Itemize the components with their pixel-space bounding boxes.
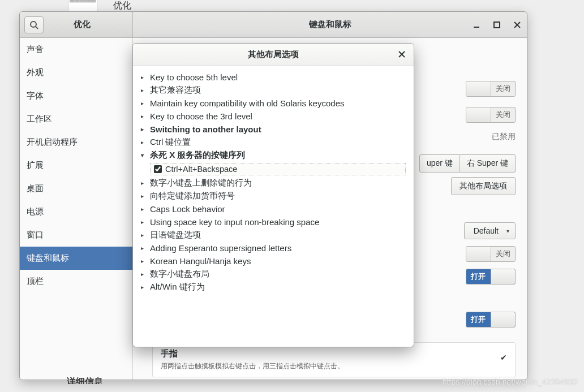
layout-option-label: 数字小键盘布局 — [150, 269, 209, 279]
switch-4-label: 打开 — [466, 272, 490, 282]
fingers-title: 手指 — [161, 348, 507, 359]
triangle-right-icon: ▸ — [141, 139, 147, 145]
layout-option-row[interactable]: ▸Switching to another layout — [141, 123, 406, 136]
truncated-text: 详细信息 — [67, 376, 103, 384]
search-icon — [29, 20, 38, 29]
watermark: https://blog.csdn.net/weixin_42384930 — [443, 377, 577, 386]
layout-option-label: 杀死 X 服务器的按键序列 — [150, 150, 245, 161]
sidebar-item-label: 扩展 — [27, 160, 44, 171]
sidebar-item-9[interactable]: 键盘和鼠标 — [20, 247, 132, 270]
triangle-right-icon: ▸ — [141, 284, 147, 290]
switch-5[interactable]: 打开 — [466, 312, 516, 328]
switch-3[interactable]: 关闭 — [466, 246, 516, 262]
triangle-right-icon: ▸ — [141, 206, 147, 212]
switch-2[interactable]: 关闭 — [466, 107, 516, 123]
layout-option-label: Korean Hangul/Hanja keys — [150, 256, 251, 266]
accel-profile-combo[interactable]: Default ▾ — [464, 222, 516, 239]
sidebar-item-label: 字体 — [27, 91, 44, 101]
layout-option-label: Caps Lock behavior — [150, 204, 225, 214]
sidebar-item-label: 顶栏 — [27, 276, 44, 287]
layout-option-row[interactable]: ▸Ctrl 键位置 — [141, 136, 406, 149]
layout-option-row[interactable]: ▸Maintain key compatibility with old Sol… — [141, 97, 406, 110]
other-layout-options-dialog: 其他布局选项 ▸Key to choose 5th level▸其它兼容选项▸M… — [132, 43, 414, 347]
background-window-title: 优化 — [113, 0, 131, 12]
layout-option-label: Alt/Win 键行为 — [150, 282, 205, 292]
sidebar-item-label: 工作区 — [27, 114, 52, 124]
svg-rect-2 — [474, 27, 479, 28]
layout-option-row[interactable]: ▸Adding Esperanto supersigned letters — [141, 242, 406, 255]
fingers-card[interactable]: 手指 用两指点击触摸板模拟右键点击，用三指点击模拟中键点击。 ✔ — [152, 342, 516, 377]
sidebar-item-4[interactable]: 开机启动程序 — [20, 131, 132, 154]
switch-3-label: 关闭 — [491, 249, 515, 259]
layout-option-row[interactable]: ▸Using space key to input non-breaking s… — [141, 216, 406, 229]
sidebar-item-label: 开机启动程序 — [27, 137, 78, 148]
layout-option-row[interactable]: ▸Korean Hangul/Hanja keys — [141, 255, 406, 268]
headerbar-left-title: 优化 — [48, 19, 132, 30]
layout-option-row[interactable]: ▸其它兼容选项 — [141, 84, 406, 97]
window-close-button[interactable] — [511, 19, 523, 31]
sidebar-item-label: 外观 — [27, 67, 44, 78]
layout-option-label: 向特定键添加货币符号 — [150, 191, 235, 201]
layout-option-row[interactable]: ▸日语键盘选项 — [141, 229, 406, 242]
layout-option-row[interactable]: ▸Caps Lock behavior — [141, 203, 406, 216]
close-icon — [398, 51, 405, 58]
headerbar-center-title: 键盘和鼠标 — [133, 12, 527, 37]
maximize-icon — [493, 21, 500, 28]
triangle-right-icon: ▸ — [141, 258, 147, 264]
layout-option-row[interactable]: ▸Key to choose the 3rd level — [141, 110, 406, 123]
triangle-right-icon: ▸ — [141, 219, 147, 225]
headerbar: 优化 键盘和鼠标 — [20, 12, 527, 38]
sidebar-item-6[interactable]: 桌面 — [20, 177, 132, 200]
triangle-right-icon: ▸ — [141, 193, 147, 199]
layout-option-row[interactable]: ▸Alt/Win 键行为 — [141, 281, 406, 294]
dialog-close-button[interactable] — [396, 48, 408, 61]
sidebar-item-7[interactable]: 电源 — [20, 200, 132, 223]
layout-option-label: 日语键盘选项 — [150, 230, 201, 240]
other-layout-options-button[interactable]: 其他布局选项 — [451, 177, 516, 195]
triangle-right-icon: ▸ — [141, 232, 147, 238]
switch-4[interactable]: 打开 — [466, 269, 516, 285]
switch-2-label: 关闭 — [491, 110, 515, 120]
triangle-right-icon: ▸ — [141, 87, 147, 93]
layout-option-label: Adding Esperanto supersigned letters — [150, 243, 291, 253]
sidebar-item-3[interactable]: 工作区 — [20, 107, 132, 131]
layout-option-row[interactable]: ▸数字小键盘上删除键的行为 — [141, 176, 406, 189]
triangle-right-icon: ▸ — [141, 245, 147, 251]
svg-point-0 — [31, 21, 36, 27]
layout-option-label: Ctrl 键位置 — [150, 137, 191, 148]
window-maximize-button[interactable] — [491, 19, 503, 31]
layout-option-row[interactable]: ▾杀死 X 服务器的按键序列 — [141, 149, 406, 162]
switch-1[interactable]: 关闭 — [466, 81, 516, 97]
sidebar-item-1[interactable]: 外观 — [20, 61, 132, 84]
svg-rect-3 — [494, 22, 500, 28]
dialog-body: ▸Key to choose 5th level▸其它兼容选项▸Maintain… — [133, 66, 414, 347]
sidebar-item-10[interactable]: 顶栏 — [20, 270, 132, 293]
dialog-header: 其他布局选项 — [133, 44, 414, 66]
layout-option-row[interactable]: ▸数字小键盘布局 — [141, 268, 406, 281]
sidebar-item-2[interactable]: 字体 — [20, 84, 132, 107]
triangle-right-icon: ▸ — [141, 100, 147, 106]
layout-option-child[interactable]: Ctrl+Alt+Backspace — [150, 163, 406, 175]
dialog-title: 其他布局选项 — [248, 49, 299, 60]
layout-option-checkbox[interactable] — [154, 165, 162, 173]
layout-option-row[interactable]: ▸向特定键添加货币符号 — [141, 189, 406, 203]
triangle-right-icon: ▸ — [141, 113, 147, 119]
layout-option-child-label: Ctrl+Alt+Backspace — [165, 165, 237, 174]
switch-1-label: 关闭 — [491, 84, 515, 94]
sidebar-item-label: 窗口 — [27, 230, 44, 240]
layout-option-label: Switching to another layout — [150, 124, 261, 134]
window-minimize-button[interactable] — [470, 19, 483, 31]
layout-option-label: Using space key to input non-breaking sp… — [150, 217, 319, 227]
super-key-right-button[interactable]: 右 Super 键 — [460, 154, 516, 173]
background-window-thumb: ▓▓▓▓▓▓▓▓▓▓▓▓▓▓▓▓ — [68, 0, 97, 12]
layout-option-row[interactable]: ▸Key to choose 5th level — [141, 71, 406, 84]
sidebar-item-5[interactable]: 扩展 — [20, 154, 132, 177]
triangle-right-icon: ▸ — [141, 180, 147, 186]
sidebar-item-0[interactable]: 声音 — [20, 38, 132, 61]
switch-5-label: 打开 — [466, 315, 490, 325]
triangle-right-icon: ▸ — [141, 271, 147, 277]
sidebar-item-8[interactable]: 窗口 — [20, 223, 132, 247]
search-button[interactable] — [24, 16, 44, 33]
check-icon: ✔ — [500, 353, 507, 362]
super-key-left-button[interactable]: uper 键 — [419, 154, 460, 173]
